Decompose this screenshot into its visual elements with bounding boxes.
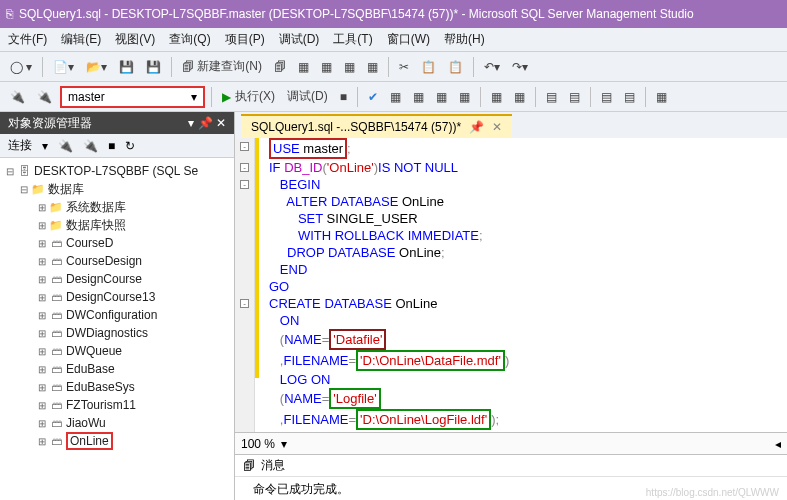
editor-area: SQLQuery1.sql -...SQBBF\15474 (57))* 📌 ✕… [235,112,787,500]
watermark: https://blog.csdn.net/QLWWW [646,487,779,498]
database-snapshots-folder[interactable]: ⊞📁数据库快照 [0,216,234,234]
filter2-icon[interactable]: 🔌 [83,139,98,153]
menu-window[interactable]: 窗口(W) [387,31,430,48]
window-titlebar: ⎘ SQLQuery1.sql - DESKTOP-L7SQBBF.master… [0,0,787,28]
zoom-level[interactable]: 100 % [241,437,275,451]
db-node[interactable]: ⊞🗃DesignCourse13 [0,288,234,306]
chevron-down-icon[interactable]: ▾ [281,437,287,451]
cut-button[interactable]: ✂ [395,56,413,78]
undo-button[interactable]: ↶▾ [480,56,504,78]
scroll-left-icon[interactable]: ◂ [775,437,781,451]
include-stats-button[interactable]: ▦ [510,86,529,108]
menu-bar: 文件(F) 编辑(E) 视图(V) 查询(Q) 项目(P) 调试(D) 工具(T… [0,28,787,52]
menu-debug[interactable]: 调试(D) [279,31,320,48]
database-combo[interactable]: master ▾ [60,86,205,108]
results-grid-button[interactable]: ▦ [432,86,451,108]
dropdown-icon[interactable]: ▾ [188,116,194,130]
object-tree[interactable]: ⊟🗄DESKTOP-L7SQBBF (SQL Se ⊟📁数据库 ⊞📁系统数据库 … [0,158,234,500]
menu-file[interactable]: 文件(F) [8,31,47,48]
close-icon[interactable]: ✕ [492,120,502,134]
pin-icon[interactable]: 📌 [469,120,484,134]
dax-button[interactable]: ▦ [363,56,382,78]
paste-button[interactable]: 📋 [444,56,467,78]
messages-tab[interactable]: 🗐 消息 [235,455,787,477]
filter-icon[interactable]: 🔌 [58,139,73,153]
server-node[interactable]: ⊟🗄DESKTOP-L7SQBBF (SQL Se [0,162,234,180]
save-button[interactable]: 💾 [115,56,138,78]
menu-tools[interactable]: 工具(T) [333,31,372,48]
db-node[interactable]: ⊞🗃DWDiagnostics [0,324,234,342]
specify-values-button[interactable]: ▦ [652,86,671,108]
object-explorer-toolbar: 连接▾ 🔌 🔌 ■ ↻ [0,134,234,158]
toolbar-main: ◯ ▾ 📄▾ 📂▾ 💾 💾 🗐 新建查询(N) 🗐 ▦ ▦ ▦ ▦ ✂ 📋 📋 … [0,52,787,82]
stop-button[interactable]: ■ [336,86,351,108]
connect-button[interactable]: 🔌 [6,86,29,108]
db-node[interactable]: ⊞🗃FZTourism11 [0,396,234,414]
uncomment-button[interactable]: ▤ [565,86,584,108]
menu-query[interactable]: 查询(Q) [169,31,210,48]
save-all-button[interactable]: 💾 [142,56,165,78]
menu-edit[interactable]: 编辑(E) [61,31,101,48]
new-query-button[interactable]: 🗐 新建查询(N) [178,56,266,78]
script-button[interactable]: 🗐 [270,56,290,78]
tab-label: SQLQuery1.sql -...SQBBF\15474 (57))* [251,120,461,134]
db-node[interactable]: ⊞🗃CourseD [0,234,234,252]
menu-help[interactable]: 帮助(H) [444,31,485,48]
copy-button[interactable]: 📋 [417,56,440,78]
system-databases-folder[interactable]: ⊞📁系统数据库 [0,198,234,216]
redo-button[interactable]: ↷▾ [508,56,532,78]
refresh-icon[interactable]: ↻ [125,139,135,153]
menu-view[interactable]: 视图(V) [115,31,155,48]
connect-label[interactable]: 连接 [8,137,32,154]
database-selected: master [68,90,105,104]
nav-back-button[interactable]: ◯ ▾ [6,56,36,78]
menu-project[interactable]: 项目(P) [225,31,265,48]
zoom-bar: 100 % ▾ ◂ [235,432,787,454]
object-explorer-panel: 对象资源管理器 ▾ 📌 ✕ 连接▾ 🔌 🔌 ■ ↻ ⊟🗄DESKTOP-L7SQ… [0,112,235,500]
chevron-down-icon: ▾ [191,90,197,104]
change-connection-button[interactable]: 🔌 [33,86,56,108]
new-project-button[interactable]: 📄▾ [49,56,78,78]
db-node[interactable]: ⊞🗃DWConfiguration [0,306,234,324]
db-node[interactable]: ⊞🗃DWQueue [0,342,234,360]
editor-tabstrip: SQLQuery1.sql -...SQBBF\15474 (57))* 📌 ✕ [235,112,787,138]
db-node[interactable]: ⊞🗃DesignCourse [0,270,234,288]
results-text-button[interactable]: ▦ [455,86,474,108]
stop-icon[interactable]: ■ [108,139,115,153]
app-icon: ⎘ [6,7,13,21]
outdent-button[interactable]: ▤ [620,86,639,108]
options-button[interactable]: ▦ [409,86,428,108]
code-editor[interactable]: -USE master; -IF DB_ID('OnLine')IS NOT N… [235,138,787,432]
indent-button[interactable]: ▤ [597,86,616,108]
execute-button[interactable]: ▶ 执行(X) [218,86,279,108]
object-explorer-title: 对象资源管理器 ▾ 📌 ✕ [0,112,234,134]
close-icon[interactable]: ✕ [216,116,226,130]
xmla-button[interactable]: ▦ [340,56,359,78]
window-title: SQLQuery1.sql - DESKTOP-L7SQBBF.master (… [19,7,694,21]
db-node[interactable]: ⊞🗃EduBaseSys [0,378,234,396]
mdx-button[interactable]: ▦ [294,56,313,78]
db-node-online[interactable]: ⊞🗃OnLine [0,432,234,450]
open-button[interactable]: 📂▾ [82,56,111,78]
dmx-button[interactable]: ▦ [317,56,336,78]
editor-tab[interactable]: SQLQuery1.sql -...SQBBF\15474 (57))* 📌 ✕ [241,114,512,138]
pin-icon[interactable]: 📌 [198,116,213,130]
db-node[interactable]: ⊞🗃EduBase [0,360,234,378]
comment-button[interactable]: ▤ [542,86,561,108]
plan-button[interactable]: ▦ [386,86,405,108]
parse-button[interactable]: ✔ [364,86,382,108]
toolbar-query: 🔌 🔌 master ▾ ▶ 执行(X) 调试(D) ■ ✔ ▦ ▦ ▦ ▦ ▦… [0,82,787,112]
include-plan-button[interactable]: ▦ [487,86,506,108]
db-node[interactable]: ⊞🗃CourseDesign [0,252,234,270]
message-icon: 🗐 [243,459,255,473]
debug-button[interactable]: 调试(D) [283,86,332,108]
db-node[interactable]: ⊞🗃JiaoWu [0,414,234,432]
databases-folder[interactable]: ⊟📁数据库 [0,180,234,198]
